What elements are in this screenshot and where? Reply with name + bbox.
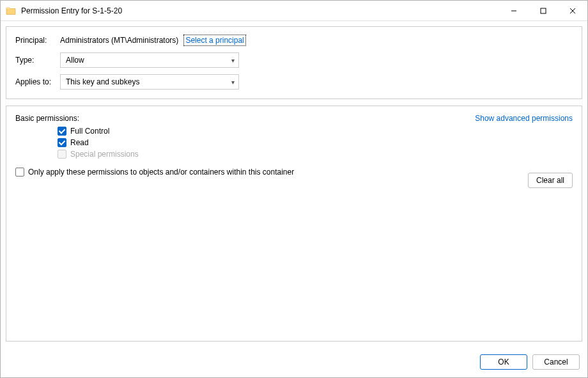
maximize-button[interactable] <box>529 1 558 21</box>
chevron-down-icon: ▾ <box>231 57 235 64</box>
basic-permissions-label: Basic permissions: <box>15 114 79 123</box>
permission-entry-window: Permission Entry for S-1-5-20 Principal:… <box>0 0 588 378</box>
minimize-button[interactable] <box>499 1 529 21</box>
permissions-header-row: Basic permissions: Show advanced permiss… <box>15 114 573 123</box>
close-button[interactable] <box>558 1 587 21</box>
permissions-panel: Basic permissions: Show advanced permiss… <box>6 106 582 342</box>
type-row: Type: Allow ▾ <box>15 52 573 68</box>
principal-value: Administrators (MT\Administrators) <box>60 36 178 45</box>
full-control-row: Full Control <box>58 127 573 136</box>
ok-button[interactable]: OK <box>480 354 527 370</box>
type-combobox-value: Allow <box>66 56 84 65</box>
read-row: Read <box>58 138 573 147</box>
clear-all-button[interactable]: Clear all <box>528 173 573 188</box>
applies-combobox[interactable]: This key and subkeys ▾ <box>60 74 239 90</box>
special-permissions-label: Special permissions <box>70 150 139 159</box>
cancel-button[interactable]: Cancel <box>532 354 580 370</box>
folder-icon <box>6 6 16 16</box>
only-apply-row: Only apply these permissions to objects … <box>15 168 573 177</box>
only-apply-checkbox[interactable] <box>15 168 24 177</box>
show-advanced-link[interactable]: Show advanced permissions <box>475 114 573 123</box>
type-label: Type: <box>15 56 60 65</box>
principal-panel: Principal: Administrators (MT\Administra… <box>6 26 582 99</box>
chevron-down-icon: ▾ <box>231 79 235 86</box>
svg-rect-1 <box>541 8 546 13</box>
only-apply-label: Only apply these permissions to objects … <box>28 168 294 177</box>
content-area: Principal: Administrators (MT\Administra… <box>1 21 587 348</box>
full-control-checkbox[interactable] <box>58 127 66 136</box>
window-controls <box>499 1 587 21</box>
footer: OK Cancel <box>1 348 587 377</box>
applies-row: Applies to: This key and subkeys ▾ <box>15 74 573 90</box>
read-checkbox[interactable] <box>58 138 66 147</box>
principal-label: Principal: <box>15 36 60 45</box>
window-title: Permission Entry for S-1-5-20 <box>21 6 499 15</box>
special-permissions-row: Special permissions <box>58 150 573 159</box>
select-principal-link[interactable]: Select a principal <box>183 35 245 46</box>
titlebar: Permission Entry for S-1-5-20 <box>1 1 587 21</box>
special-permissions-checkbox <box>58 150 66 159</box>
applies-combobox-value: This key and subkeys <box>66 77 139 86</box>
principal-row: Principal: Administrators (MT\Administra… <box>15 35 573 46</box>
read-label: Read <box>70 138 89 147</box>
applies-label: Applies to: <box>15 77 60 86</box>
type-combobox[interactable]: Allow ▾ <box>60 52 239 68</box>
full-control-label: Full Control <box>70 127 109 136</box>
